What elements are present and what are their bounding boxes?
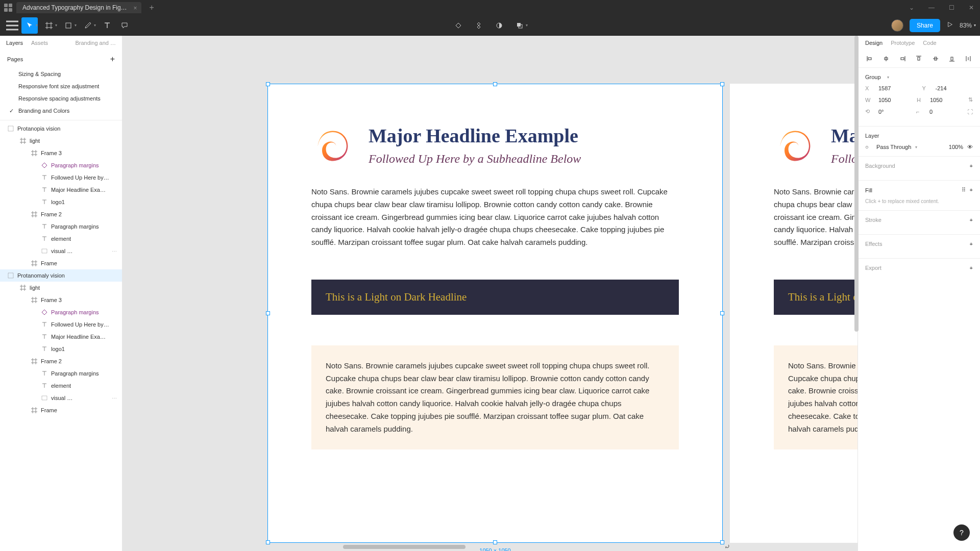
help-button[interactable]: ? xyxy=(953,524,970,541)
y-input[interactable]: -214 xyxy=(936,85,973,91)
tab-code[interactable]: Code xyxy=(923,40,936,46)
tab-page[interactable]: Branding and … xyxy=(76,40,116,46)
present-icon[interactable] xyxy=(946,21,953,30)
comment-tool[interactable] xyxy=(116,17,133,34)
resize-handle[interactable] xyxy=(493,82,497,86)
distribute-icon[interactable] xyxy=(963,53,974,64)
opacity-input[interactable]: 100% xyxy=(949,144,963,150)
layer-item[interactable]: Paragraph margins xyxy=(0,159,122,171)
chevron-down-icon[interactable]: ▾ xyxy=(36,23,38,28)
chevron-down-icon[interactable]: ▾ xyxy=(887,75,889,80)
layer-item[interactable]: Frame xyxy=(0,404,122,416)
constrain-icon[interactable]: ⇅ xyxy=(968,96,973,103)
resize-handle[interactable] xyxy=(720,540,724,544)
resize-handle[interactable] xyxy=(493,540,497,544)
tab-prototype[interactable]: Prototype xyxy=(891,40,915,46)
align-right-icon[interactable] xyxy=(897,53,908,64)
chevron-down-icon[interactable]: ▾ xyxy=(526,23,528,28)
minimize-icon[interactable]: — xyxy=(926,3,937,12)
app-menu-icon[interactable] xyxy=(4,4,12,12)
resize-handle[interactable] xyxy=(266,82,270,86)
frame-type[interactable]: Group xyxy=(865,74,881,80)
chevron-down-icon[interactable]: ▾ xyxy=(55,23,57,28)
page-item[interactable]: Sizing & Spacing xyxy=(0,68,122,80)
layer-item[interactable]: visual …⋯ xyxy=(0,245,122,257)
layer-item[interactable]: logo1 xyxy=(0,196,122,208)
resize-handle[interactable] xyxy=(266,311,270,315)
layer-item[interactable]: Followed Up Here by… xyxy=(0,171,122,184)
layer-item[interactable]: Paragraph margins xyxy=(0,306,122,318)
text-tool[interactable] xyxy=(99,17,115,34)
layer-item[interactable]: light xyxy=(0,282,122,294)
visibility-icon[interactable]: 👁 xyxy=(967,144,973,150)
resize-handle[interactable] xyxy=(720,311,724,315)
add-stroke-icon[interactable]: + xyxy=(970,217,973,223)
add-export-icon[interactable]: + xyxy=(970,265,973,271)
layer-item[interactable]: element xyxy=(0,380,122,392)
style-picker-icon[interactable]: ⠿ xyxy=(962,187,966,193)
align-center-h-icon[interactable] xyxy=(880,53,892,64)
layer-item[interactable]: Paragraph margins xyxy=(0,220,122,233)
close-tab-icon[interactable]: × xyxy=(134,5,137,12)
share-button[interactable]: Share xyxy=(910,19,940,32)
resize-handle[interactable] xyxy=(266,540,270,544)
layer-item[interactable]: Major Headline Exa… xyxy=(0,331,122,343)
add-page-icon[interactable]: + xyxy=(110,55,115,64)
chevron-down-icon[interactable]: ▾ xyxy=(94,23,96,28)
blend-mode-select[interactable]: Pass Through xyxy=(876,144,911,150)
layer-item[interactable]: Frame 2 xyxy=(0,208,122,220)
rotate-handle-icon[interactable]: ⤾ xyxy=(724,542,730,550)
layer-item[interactable]: Frame 2 xyxy=(0,355,122,367)
page-item[interactable]: Responsive spacing adjustments xyxy=(0,92,122,105)
align-top-icon[interactable] xyxy=(913,53,924,64)
page-item[interactable]: Responsive font size adjustment xyxy=(0,80,122,92)
layer-item[interactable]: Protanopia vision xyxy=(0,122,122,135)
maximize-icon[interactable]: ☐ xyxy=(947,3,957,12)
tab-design[interactable]: Design xyxy=(865,40,883,46)
rotation-input[interactable]: 0° xyxy=(878,109,910,115)
chevron-down-icon[interactable]: ▾ xyxy=(75,23,77,28)
align-bottom-icon[interactable] xyxy=(946,53,958,64)
corner-input[interactable]: 0 xyxy=(929,109,961,115)
mask-icon[interactable] xyxy=(491,17,507,34)
layer-item[interactable]: Protanomaly vision xyxy=(0,269,122,282)
document-tab[interactable]: Advanced Typography Design in Fig… × xyxy=(16,2,141,13)
w-input[interactable]: 1050 xyxy=(878,97,911,103)
align-left-icon[interactable] xyxy=(864,53,875,64)
add-background-icon[interactable]: + xyxy=(970,163,973,169)
layer-actions[interactable]: ⋯ xyxy=(112,248,117,254)
layer-item[interactable]: element xyxy=(0,233,122,245)
layer-item[interactable]: Frame 3 xyxy=(0,147,122,159)
layer-item[interactable]: Frame 3 xyxy=(0,294,122,306)
layer-item[interactable]: logo1 xyxy=(0,343,122,355)
layer-actions[interactable]: ⋯ xyxy=(112,395,117,401)
layer-item[interactable]: light xyxy=(0,135,122,147)
component-icon[interactable] xyxy=(471,17,487,34)
tab-assets[interactable]: Assets xyxy=(31,40,48,46)
expand-icon[interactable]: ⛶ xyxy=(967,109,973,115)
resize-handle[interactable] xyxy=(720,82,724,86)
add-effect-icon[interactable]: + xyxy=(970,241,973,247)
align-center-v-icon[interactable] xyxy=(930,53,941,64)
zoom-control[interactable]: 83% ▾ xyxy=(960,22,976,29)
page-item[interactable]: Branding and Colors xyxy=(0,105,122,117)
add-fill-icon[interactable]: + xyxy=(970,187,973,193)
chevron-down-icon[interactable]: ⌄ xyxy=(907,3,916,12)
chevron-down-icon[interactable]: ▾ xyxy=(915,145,917,149)
horizontal-scrollbar[interactable] xyxy=(343,545,465,549)
canvas[interactable]: Major Headline Example Followed Up Here … xyxy=(122,36,857,551)
x-input[interactable]: 1587 xyxy=(878,85,916,91)
new-tab-button[interactable]: + xyxy=(145,3,158,12)
right-panel-scrollbar[interactable] xyxy=(854,36,859,332)
layer-item[interactable]: Paragraph margins xyxy=(0,367,122,380)
layer-item[interactable]: visual …⋯ xyxy=(0,392,122,404)
layer-item[interactable]: Frame xyxy=(0,257,122,269)
artboard[interactable]: Major Headline Example Followed Up Here … xyxy=(730,84,857,543)
close-window-icon[interactable]: ✕ xyxy=(967,3,976,12)
tab-layers[interactable]: Layers xyxy=(6,40,23,46)
layer-item[interactable]: Followed Up Here by… xyxy=(0,318,122,331)
layer-item[interactable]: Major Headline Exa… xyxy=(0,184,122,196)
paint-bucket-icon[interactable] xyxy=(450,17,467,34)
avatar[interactable] xyxy=(891,19,903,32)
h-input[interactable]: 1050 xyxy=(930,97,962,103)
